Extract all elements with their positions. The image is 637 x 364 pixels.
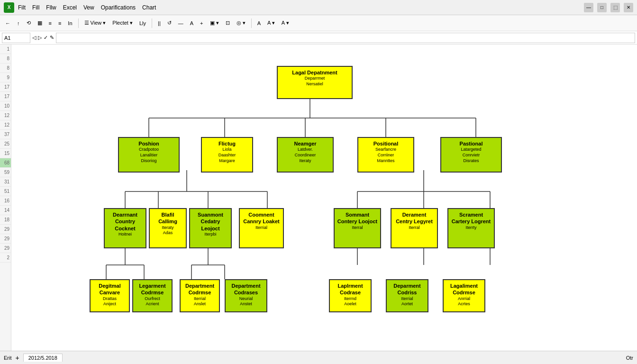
l3l1-sub2: Acrient (136, 301, 169, 307)
menu-excel[interactable]: Excel (63, 4, 77, 11)
l1-2-sub3: Iteraty (280, 158, 330, 164)
row-1: 1 (0, 45, 11, 54)
l3r0-title: Laplrment Codrase (332, 282, 368, 296)
text-button[interactable]: A (255, 18, 263, 29)
maximize-button[interactable]: □ (597, 3, 607, 12)
row-29c: 29 (0, 244, 11, 253)
l2l0-sub1: Hoitnei (107, 232, 143, 237)
l1-3-title: Positional (361, 140, 411, 147)
l3-right-1: Deparment Codriss Iterrial Aortet (386, 279, 428, 312)
zoom-button[interactable]: ◎ ▾ (234, 18, 248, 29)
l1-3-sub3: Mannttes (361, 158, 411, 164)
menu-vew[interactable]: Vew (83, 4, 94, 11)
back-button[interactable]: ← (3, 18, 13, 29)
row-8b: 8 (0, 64, 11, 73)
formula-input[interactable] (56, 33, 635, 43)
l3r2-title: Lagaliment Codrmse (446, 282, 482, 296)
l1-0-sub2: Lanalitier (121, 153, 176, 158)
close-button[interactable]: ✕ (624, 3, 633, 12)
row-18: 18 (0, 215, 11, 225)
sheet-tab-add[interactable]: + (16, 354, 19, 362)
row-16: 16 (0, 196, 11, 206)
up-button[interactable]: ↑ (15, 18, 22, 29)
l3l2-sub2: Anslet (183, 301, 217, 307)
status-otr: Otr (626, 355, 633, 361)
l3-left-2: Department Codrmse Iterrial Anslet (180, 279, 220, 312)
l1-0-title: Poshion (121, 140, 176, 147)
l2l2-title: Suanmont Cedatry Leojoct (192, 211, 228, 232)
l3-left-3: Department Codrases Neurial Anstet (225, 279, 267, 312)
root-sub1: Deparrmet (280, 76, 349, 82)
highlight-button[interactable]: A ▾ (279, 18, 291, 29)
align-left[interactable]: ≡ (46, 18, 54, 29)
confirm-icon[interactable]: ✓ (44, 35, 48, 41)
row-29a: 29 (0, 225, 11, 234)
l2-left-3: Coomnent Cannry Loaket Iterrial (239, 208, 284, 248)
row-68: 68 (0, 158, 11, 168)
l1-4-sub3: Disrates (444, 158, 499, 164)
separator-3 (251, 18, 252, 28)
toolbar: ← ↑ ⟲ ▦ ≡ ≡ In ☰ View ▾ Plectet ▾ Lly ||… (0, 15, 637, 31)
minimize-button[interactable]: — (584, 3, 593, 12)
l1-1-sub2: Daashter (204, 153, 250, 158)
columns-button[interactable]: || (155, 18, 163, 29)
menu-fllw[interactable]: Fllw (46, 4, 56, 11)
l2l0-title: Dearrnant Country Cocknet (107, 211, 143, 232)
format-button[interactable]: ▣ ▾ (208, 18, 221, 29)
l2r2-sub1: Iterrty (451, 225, 491, 231)
app-logo: X (4, 2, 14, 13)
l1-node-4: Pastional Latargeted Conrvietr Disrates (440, 137, 502, 173)
edit-icon[interactable]: ✎ (50, 35, 54, 41)
l3r1-sub1: Iterrial (389, 296, 425, 302)
window-controls[interactable]: — □ ⬚ ✕ (584, 3, 633, 12)
rotate-button[interactable]: ↺ (165, 18, 174, 29)
cell-reference[interactable] (2, 33, 30, 43)
row-51: 51 (0, 187, 11, 196)
grid-button[interactable]: ▦ (35, 18, 45, 29)
row-37: 37 (0, 130, 11, 139)
dash-button[interactable]: — (176, 18, 186, 29)
l1-1-title: Flictug (204, 140, 250, 147)
l3-left-0: Degitmal Canvare Drattas Aniject (90, 279, 130, 312)
menu-oparifications[interactable]: Oparifications (101, 4, 136, 11)
menu-bar[interactable]: Filt Fill Fllw Excel Vew Oparifications … (18, 4, 156, 11)
separator-2 (152, 18, 152, 28)
l1-node-1: Flictug Liola Daashter Margare (201, 137, 253, 173)
row-numbers: 1 8 8 9 17 17 10 12 12 37 25 15 68 59 31… (0, 45, 11, 351)
l3l3-sub2: Anstet (228, 301, 264, 307)
image-button[interactable]: ⊡ (223, 18, 232, 29)
l3-right-0: Laplrment Codrase Iterrnd Aoelet (329, 279, 372, 312)
font-button[interactable]: A (188, 18, 196, 29)
l2-left-0: Dearrnant Country Cocknet Hoitnei (104, 208, 146, 248)
textcolor-button[interactable]: A ▾ (265, 18, 277, 29)
l1-2-sub1: Latdver. (280, 147, 330, 153)
l3r0-sub2: Aoelet (332, 301, 368, 307)
refresh-button[interactable]: ⟲ (24, 18, 33, 29)
l1-0-sub1: Cradpotoo (121, 147, 176, 153)
menu-filt[interactable]: Filt (18, 4, 26, 11)
separator-1 (78, 18, 79, 28)
l3l1-title: Legarment Codrmse (136, 282, 169, 296)
menu-fill[interactable]: Fill (32, 4, 39, 11)
l1-4-title: Pastional (444, 140, 499, 147)
l2l2-sub1: Iterpbi (192, 232, 228, 237)
sheet-tab[interactable]: 2012/5.2018 (23, 354, 63, 362)
view-button[interactable]: ☰ View ▾ (82, 18, 109, 29)
l2-right-1: Derament Centry Legyret Iterral (391, 208, 438, 248)
align-center[interactable]: ≡ (56, 18, 64, 29)
in-button[interactable]: In (65, 18, 74, 29)
main-area: 1 8 8 9 17 17 10 12 12 37 25 15 68 59 31… (0, 45, 637, 351)
navigate-back-icon[interactable]: ◁ (32, 35, 36, 41)
row-29b: 29 (0, 234, 11, 244)
navigate-forward-icon[interactable]: ▷ (38, 35, 42, 41)
l3l3-sub1: Neurial (228, 296, 264, 302)
add-button[interactable]: + (198, 18, 205, 29)
l1-3-sub2: Corriiner (361, 153, 411, 158)
menu-chart[interactable]: Chart (142, 4, 156, 11)
plectet-button[interactable]: Plectet ▾ (110, 18, 135, 29)
l2l1-title: Blafil Callimg (152, 211, 183, 225)
root-sub2: Nersatiel (280, 82, 349, 87)
lly-button[interactable]: Lly (137, 18, 148, 29)
title-bar: X Filt Fill Fllw Excel Vew Oparification… (0, 0, 637, 15)
restore-button[interactable]: ⬚ (610, 3, 620, 12)
